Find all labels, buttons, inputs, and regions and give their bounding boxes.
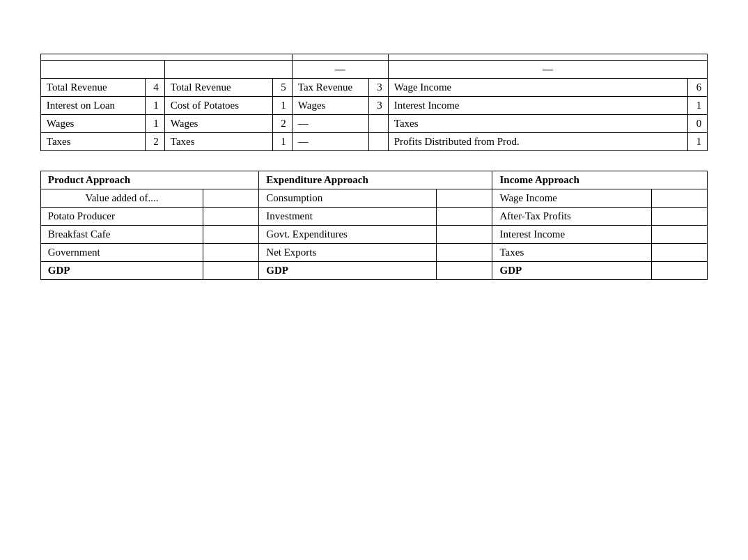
table3-value-col0-row1[interactable] — [203, 208, 259, 226]
cafe-label: Total Revenue — [164, 79, 272, 97]
consumer-value: 1 — [688, 97, 708, 115]
table2-row: Taxes2Taxes1—Profits Distributed from Pr… — [40, 133, 707, 151]
table3-value-col2-row3[interactable] — [652, 244, 708, 262]
table3-value-col0-row4[interactable] — [203, 262, 259, 280]
potato-value: 1 — [145, 115, 164, 133]
potato-value: 2 — [145, 133, 164, 151]
subheader-cafe — [164, 61, 292, 79]
subheader-potato — [40, 61, 164, 79]
consumer-dash: — — [388, 61, 707, 79]
table3-col-header-2: Income Approach — [492, 171, 708, 189]
gov-label: Wages — [292, 97, 368, 115]
table3-value-col1-row1[interactable] — [437, 208, 492, 226]
gov-value — [368, 115, 388, 133]
table3-label-col0-row4: GDP — [40, 262, 203, 280]
cafe-label: Taxes — [164, 133, 272, 151]
potato-label: Taxes — [40, 133, 145, 151]
table3-label-col1-row4: GDP — [259, 262, 437, 280]
gov-label: Tax Revenue — [292, 79, 368, 97]
consumer-label: Interest Income — [388, 97, 687, 115]
cafe-label: Wages — [164, 115, 272, 133]
table3-row: Potato ProducerInvestmentAfter-Tax Profi… — [40, 208, 707, 226]
gov-dash: — — [292, 61, 388, 79]
table3-value-col0-row0[interactable] — [203, 189, 259, 208]
gov-label: — — [292, 133, 368, 151]
table2-row: Total Revenue4Total Revenue5Tax Revenue3… — [40, 79, 707, 97]
table3-label-col2-row1: After-Tax Profits — [492, 208, 652, 226]
table3-value-col2-row4[interactable] — [652, 262, 708, 280]
table3-label-col0-row0: Value added of.... — [40, 189, 203, 208]
table3-value-col0-row2[interactable] — [203, 226, 259, 244]
gov-value — [368, 133, 388, 151]
gov-value: 3 — [368, 97, 388, 115]
table2-row: Interest on Loan1Cost of Potatoes1Wages3… — [40, 97, 707, 115]
cafe-value: 1 — [272, 133, 292, 151]
cafe-value: 2 — [272, 115, 292, 133]
table3-label-col0-row2: Breakfast Cafe — [40, 226, 203, 244]
header-consumer — [388, 54, 707, 61]
header-government — [292, 54, 388, 61]
table3-label-col2-row4: GDP — [492, 262, 652, 280]
consumer-label: Profits Distributed from Prod. — [388, 133, 687, 151]
table2-wrapper: — — Total Revenue4Total Revenue5Tax Reve… — [40, 54, 708, 151]
table3-label-col1-row0: Consumption — [259, 189, 437, 208]
table2-row: Wages1Wages2—Taxes0 — [40, 115, 707, 133]
table3-label-col2-row0: Wage Income — [492, 189, 652, 208]
table3-label-col0-row3: Government — [40, 244, 203, 262]
table3-value-col2-row2[interactable] — [652, 226, 708, 244]
cafe-value: 1 — [272, 97, 292, 115]
header-firms — [40, 54, 292, 61]
table3-value-col2-row0[interactable] — [652, 189, 708, 208]
potato-value: 4 — [145, 79, 164, 97]
table3-wrapper: Product ApproachExpenditure ApproachInco… — [40, 171, 708, 280]
table3-value-col1-row4[interactable] — [437, 262, 492, 280]
table3-label-col1-row1: Investment — [259, 208, 437, 226]
consumer-value: 0 — [688, 115, 708, 133]
consumer-value: 6 — [688, 79, 708, 97]
gov-label: — — [292, 115, 368, 133]
table3-value-col1-row0[interactable] — [437, 189, 492, 208]
table3-label-col1-row2: Govt. Expenditures — [259, 226, 437, 244]
table3-col-header-0: Product Approach — [40, 171, 259, 189]
table3-value-col0-row3[interactable] — [203, 244, 259, 262]
table3-row: GovernmentNet ExportsTaxes — [40, 244, 707, 262]
table3-col-header-1: Expenditure Approach — [259, 171, 492, 189]
cafe-label: Cost of Potatoes — [164, 97, 272, 115]
consumer-label: Taxes — [388, 115, 687, 133]
table3-row: GDPGDPGDP — [40, 262, 707, 280]
table3-value-col2-row1[interactable] — [652, 208, 708, 226]
table3-label-col2-row3: Taxes — [492, 244, 652, 262]
national-accounts-table: — — Total Revenue4Total Revenue5Tax Reve… — [40, 54, 708, 151]
table3-label-col1-row3: Net Exports — [259, 244, 437, 262]
potato-label: Total Revenue — [40, 79, 145, 97]
consumer-label: Wage Income — [388, 79, 687, 97]
table3-label-col0-row1: Potato Producer — [40, 208, 203, 226]
section-title — [33, 22, 715, 38]
gdp-calc-table: Product ApproachExpenditure ApproachInco… — [40, 171, 708, 280]
table3-value-col1-row2[interactable] — [437, 226, 492, 244]
consumer-value: 1 — [688, 133, 708, 151]
potato-value: 1 — [145, 97, 164, 115]
potato-label: Wages — [40, 115, 145, 133]
table3-row: Breakfast CafeGovt. ExpendituresInterest… — [40, 226, 707, 244]
gov-value: 3 — [368, 79, 388, 97]
cafe-value: 5 — [272, 79, 292, 97]
potato-label: Interest on Loan — [40, 97, 145, 115]
table3-value-col1-row3[interactable] — [437, 244, 492, 262]
table3-row: Value added of....ConsumptionWage Income — [40, 189, 707, 208]
table3-label-col2-row2: Interest Income — [492, 226, 652, 244]
